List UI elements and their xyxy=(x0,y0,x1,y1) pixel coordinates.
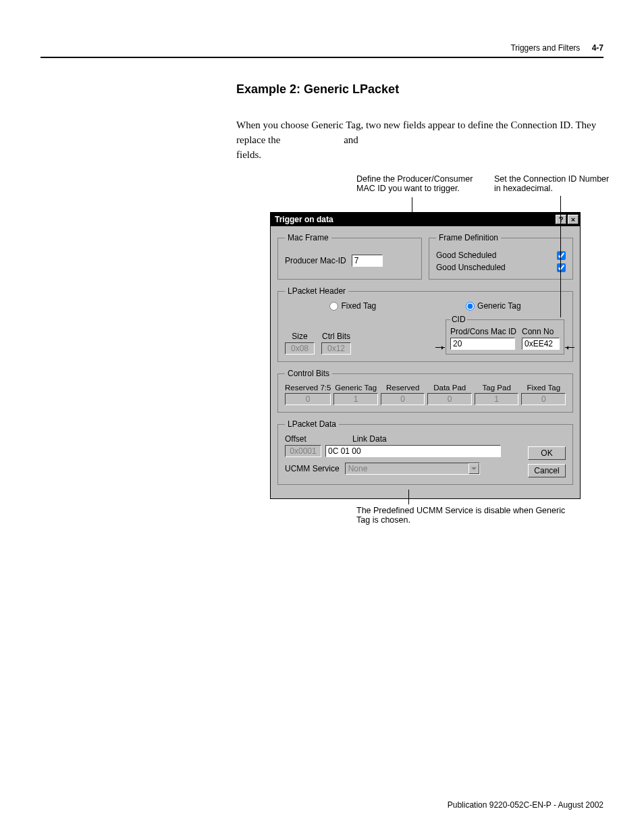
frame-definition-group: Frame Definition Good Scheduled Good Uns… xyxy=(429,233,573,280)
control-bit-cell: Tag Pad xyxy=(475,384,519,405)
control-bit-label: Reserved xyxy=(381,384,425,392)
callout-producer-mac: Define the Producer/Consumer MAC ID you … xyxy=(356,174,485,193)
control-bit-label: Generic Tag xyxy=(333,384,378,392)
cid-legend: CID xyxy=(450,315,467,324)
section-name: Triggers and Filters xyxy=(510,43,580,53)
leader-line xyxy=(408,490,409,504)
control-bit-value xyxy=(521,393,566,405)
frame-definition-legend: Frame Definition xyxy=(436,233,501,242)
control-bit-value xyxy=(285,393,331,405)
prod-cons-mac-id-input[interactable] xyxy=(450,338,515,350)
control-bits-legend: Control Bits xyxy=(285,369,332,378)
chevron-down-icon xyxy=(468,463,479,474)
lpacket-header-legend: LPacket Header xyxy=(285,286,348,296)
running-header: Triggers and Filters 4-7 xyxy=(41,43,603,57)
offset-label: Offset xyxy=(285,434,325,444)
control-bit-label: Reserved 7:5 xyxy=(285,384,331,392)
ok-button[interactable]: OK xyxy=(528,446,566,460)
producer-mac-id-input[interactable] xyxy=(352,255,383,267)
link-data-label: Link Data xyxy=(352,434,387,444)
fixed-tag-radio[interactable]: Fixed Tag xyxy=(329,301,376,311)
intro-paragraph: When you choose Generic Tag, two new fie… xyxy=(236,118,614,162)
leader-line xyxy=(412,197,412,212)
control-bit-value xyxy=(381,393,425,405)
publication-footer: Publication 9220-052C-EN-P - August 2002 xyxy=(448,800,603,810)
arrow-icon xyxy=(435,347,445,348)
control-bit-label: Tag Pad xyxy=(475,384,519,392)
good-scheduled-checkbox[interactable] xyxy=(557,251,566,260)
control-bit-cell: Reserved 7:5 xyxy=(285,384,331,405)
control-bit-label: Data Pad xyxy=(427,384,472,392)
producer-mac-id-label: Producer Mac-ID xyxy=(285,256,346,265)
offset-value xyxy=(285,445,321,457)
size-label: Size xyxy=(285,332,315,341)
control-bit-value xyxy=(333,393,378,405)
link-data-input[interactable] xyxy=(325,445,501,457)
good-unscheduled-checkbox[interactable] xyxy=(557,263,566,272)
help-button[interactable]: ? xyxy=(556,215,566,224)
generic-tag-radio[interactable]: Generic Tag xyxy=(466,301,520,311)
ucmm-service-label: UCMM Service xyxy=(285,464,340,473)
control-bit-cell: Generic Tag xyxy=(333,384,378,405)
ucmm-service-select: None xyxy=(345,463,480,475)
callout-ucmm-disabled: The Predefined UCMM Service is disable w… xyxy=(356,503,572,525)
prod-cons-mac-id-label: Prod/Cons Mac ID xyxy=(450,327,516,336)
lpacket-header-group: LPacket Header Fixed Tag Generic Tag xyxy=(277,286,573,362)
page-number: 4-7 xyxy=(592,43,603,53)
good-unscheduled-label: Good Unscheduled xyxy=(436,263,506,272)
arrow-icon xyxy=(565,347,574,348)
control-bit-cell: Data Pad xyxy=(427,384,472,405)
conn-no-input[interactable] xyxy=(522,338,560,350)
example-heading: Example 2: Generic LPacket xyxy=(236,82,614,97)
good-scheduled-label: Good Scheduled xyxy=(436,251,496,260)
leader-line xyxy=(560,196,561,317)
ctrl-bits-label: Ctrl Bits xyxy=(321,332,351,341)
trigger-on-data-dialog: Trigger on data ? × Mac Frame Producer M… xyxy=(270,212,581,499)
bottom-callout: The Predefined UCMM Service is disable w… xyxy=(236,503,614,525)
dialog-title: Trigger on data xyxy=(275,215,333,224)
control-bit-cell: Reserved xyxy=(381,384,425,405)
lpacket-data-legend: LPacket Data xyxy=(285,419,339,429)
control-bit-cell: Fixed Tag xyxy=(521,384,566,405)
ctrl-bits-value xyxy=(321,342,351,355)
size-value xyxy=(285,342,315,355)
dialog-titlebar: Trigger on data ? × xyxy=(271,213,580,226)
control-bit-value xyxy=(475,393,519,405)
close-button[interactable]: × xyxy=(568,215,579,224)
mac-frame-group: Mac Frame Producer Mac-ID xyxy=(277,233,422,280)
control-bit-label: Fixed Tag xyxy=(521,384,566,392)
cid-group: CID Prod/Cons Mac ID Conn No xyxy=(446,315,564,355)
cancel-button[interactable]: Cancel xyxy=(528,464,566,477)
header-rule xyxy=(41,57,603,58)
mac-frame-legend: Mac Frame xyxy=(285,233,331,242)
conn-no-label: Conn No xyxy=(522,327,560,336)
control-bits-group: Control Bits Reserved 7:5Generic TagRese… xyxy=(277,369,573,413)
top-callouts: Define the Producer/Consumer MAC ID you … xyxy=(236,174,614,212)
callout-conn-id: Set the Connection ID Number in hexadeci… xyxy=(494,174,616,193)
ucmm-service-value: None xyxy=(348,464,368,473)
lpacket-data-group: LPacket Data Offset Link Data UCMM Servi… xyxy=(277,419,573,485)
control-bit-value xyxy=(427,393,472,405)
